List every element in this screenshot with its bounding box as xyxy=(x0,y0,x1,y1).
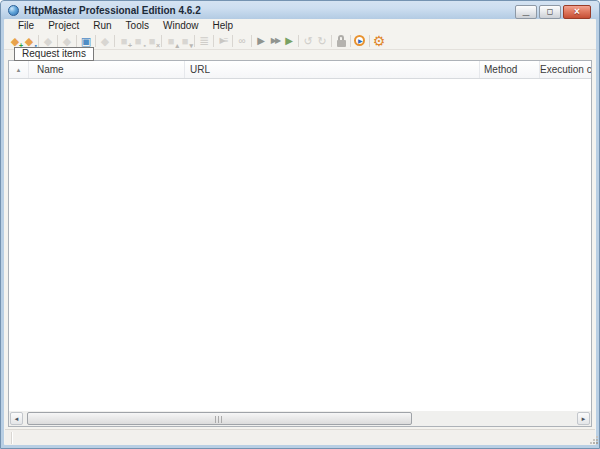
new-project-icon[interactable]: ◆+ xyxy=(8,34,22,48)
toolbar-separator xyxy=(298,35,299,47)
minimize-button[interactable]: — xyxy=(515,5,537,19)
toolbar-separator xyxy=(369,35,370,47)
menu-bar: File Project Run Tools Window Help xyxy=(4,19,596,32)
status-separator xyxy=(11,432,12,444)
close-icon: × xyxy=(574,7,580,17)
window-title: HttpMaster Professional Edition 4.6.2 xyxy=(24,5,201,16)
reset-executions-icon: ↺ xyxy=(301,34,315,48)
request-items-icon[interactable]: ▣ xyxy=(79,34,93,48)
list-body[interactable] xyxy=(9,79,591,411)
delete-request-item-icon: ■× xyxy=(145,34,159,48)
toolbar-separator xyxy=(251,35,252,47)
toolbar-separator xyxy=(232,35,233,47)
close-project-icon: ◆ xyxy=(60,34,74,48)
toolbar-separator xyxy=(38,35,39,47)
toolbar-separator xyxy=(350,35,351,47)
move-item-down-icon: ■▾ xyxy=(178,34,192,48)
sort-column-header[interactable]: ▴ xyxy=(9,61,29,78)
toolbar-separator xyxy=(114,35,115,47)
toolbar-separator xyxy=(161,35,162,47)
sort-ascending-icon: ▴ xyxy=(17,66,21,73)
window-body: File Project Run Tools Window Help ◆+◆▪◆… xyxy=(4,19,596,445)
close-button[interactable]: × xyxy=(563,5,591,19)
app-icon xyxy=(8,5,19,16)
scroll-left-button[interactable]: ◄ xyxy=(10,412,23,425)
menu-file[interactable]: File xyxy=(11,19,41,32)
maximize-icon: ◻ xyxy=(547,8,554,16)
refresh-executions-icon: ↻ xyxy=(315,34,329,48)
scrollbar-track[interactable] xyxy=(24,412,576,425)
toolbar-separator xyxy=(331,35,332,47)
scroll-left-icon: ◄ xyxy=(14,416,20,422)
horizontal-scrollbar[interactable]: ◄ ► xyxy=(9,411,591,426)
run-icon[interactable]: ▶ xyxy=(254,34,268,48)
run-all-icon[interactable]: ▶▶ xyxy=(268,34,282,48)
list-header: ▴ Name URL Method Execution count xyxy=(9,61,591,79)
save-project-icon: ◆ xyxy=(41,34,55,48)
column-header-execution-count[interactable]: Execution count xyxy=(540,61,591,78)
edit-request-item-icon: ■▪ xyxy=(131,34,145,48)
scroll-right-icon: ► xyxy=(581,416,587,422)
toolbar-separator xyxy=(95,35,96,47)
scrollbar-thumb[interactable] xyxy=(27,412,412,425)
column-header-method[interactable]: Method xyxy=(480,61,540,78)
menu-run[interactable]: Run xyxy=(86,19,118,32)
menu-project[interactable]: Project xyxy=(41,19,86,32)
execution-list-icon: ▶≡ xyxy=(216,34,230,48)
app-window: HttpMaster Professional Edition 4.6.2 — … xyxy=(0,0,600,449)
toolbar-separator xyxy=(194,35,195,47)
project-properties-icon: ◆ xyxy=(98,34,112,48)
resize-grip-icon[interactable] xyxy=(590,436,592,438)
request-items-panel: ▴ Name URL Method Execution count ◄ ► xyxy=(8,60,592,427)
toolbar-separator xyxy=(76,35,77,47)
scrollbar-grip-icon xyxy=(215,416,224,423)
column-header-name[interactable]: Name xyxy=(29,61,185,78)
settings-icon[interactable]: ⚙ xyxy=(372,34,386,48)
lock-icon xyxy=(334,34,348,48)
toolbar-separator xyxy=(57,35,58,47)
run-selected-icon[interactable]: ▶ xyxy=(282,34,296,48)
group-items-icon: ≣ xyxy=(197,34,211,48)
menu-tools[interactable]: Tools xyxy=(119,19,156,32)
chain-items-icon: ∞ xyxy=(235,34,249,48)
validate-icon[interactable]: ▶ xyxy=(353,34,367,48)
open-project-icon[interactable]: ◆▪ xyxy=(22,34,36,48)
request-items-tooltip: Request items xyxy=(14,47,94,61)
toolbar-separator xyxy=(213,35,214,47)
status-bar xyxy=(5,429,595,445)
window-controls: — ◻ × xyxy=(515,5,591,19)
scroll-right-button[interactable]: ► xyxy=(577,412,590,425)
move-item-up-icon: ■▴ xyxy=(164,34,178,48)
menu-help[interactable]: Help xyxy=(206,19,241,32)
column-header-url[interactable]: URL xyxy=(185,61,480,78)
new-request-item-icon: ■+ xyxy=(117,34,131,48)
menu-window[interactable]: Window xyxy=(156,19,206,32)
title-bar[interactable]: HttpMaster Professional Edition 4.6.2 — … xyxy=(1,1,599,19)
maximize-button[interactable]: ◻ xyxy=(539,5,561,19)
minimize-icon: — xyxy=(523,11,530,19)
